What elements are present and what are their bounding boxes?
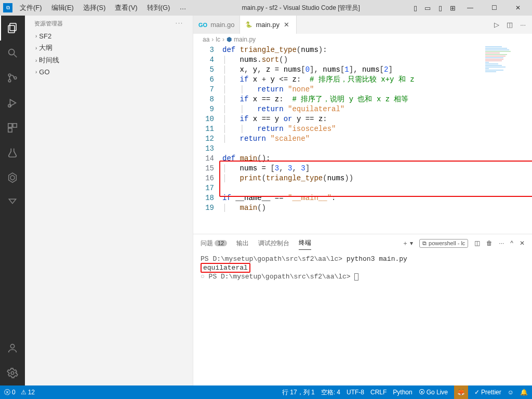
panel-tab-debug[interactable]: 调试控制台 — [258, 237, 289, 250]
status-ln-col[interactable]: 行 17，列 1 — [282, 388, 315, 397]
panel-toggle-icon[interactable]: ▯ — [411, 4, 419, 12]
terminal-command: python3 main.py — [347, 255, 407, 263]
run-icon[interactable]: ▷ — [494, 21, 499, 29]
svg-point-5 — [8, 79, 11, 82]
editor-more-icon[interactable]: ··· — [520, 21, 526, 29]
panel-bottom-icon[interactable]: ▭ — [424, 4, 431, 12]
testing-icon[interactable] — [0, 140, 25, 165]
code-line[interactable]: │ if x == z: # 排序了，说明 y 也和 x z 相等 — [222, 95, 408, 104]
tab-close-icon[interactable]: ✕ — [283, 21, 291, 29]
bottom-panel: 问题12 输出 调试控制台 终端 ＋ ▾ ⧉ powershell - lc ◫… — [193, 234, 532, 385]
close-button[interactable]: ✕ — [506, 0, 530, 16]
maximize-panel-icon[interactable]: ^ — [510, 240, 513, 247]
problems-badge: 12 — [215, 240, 227, 246]
terminal-output: equilateral — [203, 264, 248, 272]
status-eol[interactable]: CRLF — [370, 389, 387, 396]
account-icon[interactable] — [0, 336, 25, 361]
explorer-icon[interactable] — [0, 16, 25, 41]
status-gold-block[interactable]: 🦊 — [454, 385, 468, 399]
kill-terminal-icon[interactable]: 🗑 — [486, 240, 493, 247]
bookmark-icon[interactable] — [0, 190, 25, 215]
crumb[interactable]: main.py — [234, 36, 256, 43]
code-line[interactable]: │ if x == y or y == z: — [222, 114, 327, 124]
status-bar: ⓧ0 ⚠12 行 17，列 1 空格: 4 UTF-8 CRLF Python … — [0, 385, 532, 399]
tree-label: SF2 — [39, 32, 51, 40]
terminal-selector[interactable]: ⧉ powershell - lc — [419, 239, 468, 248]
run-debug-icon[interactable] — [0, 90, 25, 115]
menu-file[interactable]: 文件(F) — [16, 1, 46, 15]
source-control-icon[interactable] — [0, 65, 25, 90]
tree-label: GO — [39, 68, 49, 76]
status-prettier[interactable]: ✓ Prettier — [474, 389, 501, 396]
tree-item-outline[interactable]: ›大纲 — [25, 42, 193, 54]
split-editor-icon[interactable]: ◫ — [507, 21, 513, 29]
svg-rect-10 — [13, 124, 17, 127]
line-number: 5 — [193, 65, 222, 75]
panel-tab-terminal[interactable]: 终端 — [299, 236, 311, 250]
new-terminal-icon[interactable]: ＋ ▾ — [402, 239, 413, 248]
status-encoding[interactable]: UTF-8 — [347, 389, 364, 396]
layout-icon[interactable]: ⊞ — [449, 4, 456, 12]
tab-main-py[interactable]: 🐍 main.py ✕ — [240, 16, 297, 34]
panel-tab-output[interactable]: 输出 — [236, 237, 249, 250]
status-spaces[interactable]: 空格: 4 — [321, 388, 340, 397]
menu-view[interactable]: 查看(V) — [111, 1, 141, 15]
status-feedback-icon[interactable]: ☺ — [508, 389, 514, 396]
code-line[interactable]: │ │ return "isosceles" — [222, 124, 336, 134]
code-line[interactable]: │ main() — [222, 203, 266, 213]
maximize-button[interactable]: ☐ — [482, 0, 506, 16]
code-line[interactable]: │ nums.sort() — [222, 55, 288, 65]
panel-right-icon[interactable]: ▯ — [436, 4, 444, 12]
code-line[interactable]: │ │ return "none" — [222, 85, 314, 95]
menu-goto[interactable]: 转到(G) — [143, 1, 175, 15]
sidebar-more-icon[interactable]: ··· — [176, 20, 183, 28]
activity-bar — [0, 16, 25, 385]
remote-explorer-icon[interactable] — [0, 165, 25, 190]
settings-icon[interactable] — [0, 361, 25, 385]
svg-line-3 — [14, 55, 17, 58]
status-bell-icon[interactable]: 🔔 — [520, 389, 528, 396]
status-golive[interactable]: ⦿ Go Live — [419, 389, 448, 396]
code-editor[interactable]: 3def triangle_type(nums):4│ nums.sort()5… — [193, 45, 532, 234]
code-line[interactable]: │ return "scalene" — [222, 134, 310, 144]
line-number: 4 — [193, 55, 222, 65]
close-panel-icon[interactable]: ✕ — [520, 240, 525, 247]
svg-rect-11 — [8, 128, 12, 132]
status-warnings[interactable]: ⚠12 — [21, 389, 35, 396]
minimize-button[interactable]: ― — [458, 0, 482, 16]
chevron-right-icon: › — [35, 45, 37, 51]
minimap[interactable] — [485, 46, 522, 77]
terminal[interactable]: PS D:\mysetup\gopath\src\sf2\aa\lc> pyth… — [193, 250, 532, 385]
tab-label: main.go — [210, 21, 234, 29]
code-line[interactable]: │ if x + y <= z: # 排序后，只需比较 x+y 和 z — [222, 75, 415, 85]
tree-item-go[interactable]: ›GO — [25, 66, 193, 77]
menu-more[interactable]: … — [175, 1, 190, 15]
code-line[interactable]: │ x, y, z = nums[0], nums[1], nums[2] — [222, 65, 393, 75]
crumb[interactable]: lc — [216, 36, 220, 43]
line-number: 16 — [193, 174, 222, 183]
crumb[interactable]: aa — [203, 36, 209, 43]
menu-edit[interactable]: 编辑(E) — [47, 1, 78, 15]
menu-select[interactable]: 选择(S) — [79, 1, 110, 15]
line-number: 14 — [193, 154, 222, 164]
code-line[interactable]: def triangle_type(nums): — [222, 45, 327, 55]
panel-more-icon[interactable]: ··· — [499, 240, 504, 247]
search-icon[interactable] — [0, 41, 25, 65]
svg-point-6 — [14, 77, 17, 79]
status-language[interactable]: Python — [393, 389, 412, 396]
code-line[interactable]: │ │ return "equilateral" — [222, 104, 344, 114]
tab-main-go[interactable]: GO main.go — [193, 16, 240, 34]
breadcrumbs[interactable]: aa› lc› ⬢ main.py — [193, 34, 532, 45]
line-number: 13 — [193, 144, 222, 154]
editor-tabs: GO main.go 🐍 main.py ✕ ▷ ◫ ··· — [193, 16, 532, 34]
tree-item-sf2[interactable]: ›SF2 — [25, 31, 193, 42]
explorer-tree: ›SF2 ›大纲 ›时间线 ›GO — [25, 31, 193, 79]
editor-area: GO main.go 🐍 main.py ✕ ▷ ◫ ··· aa› lc› ⬢… — [193, 16, 532, 385]
tree-item-timeline[interactable]: ›时间线 — [25, 54, 193, 66]
extensions-icon[interactable] — [0, 115, 25, 140]
line-number: 19 — [193, 203, 222, 213]
split-terminal-icon[interactable]: ◫ — [474, 240, 480, 247]
status-errors[interactable]: ⓧ0 — [4, 388, 16, 397]
panel-tab-problems[interactable]: 问题12 — [201, 237, 227, 250]
panel-tabs: 问题12 输出 调试控制台 终端 ＋ ▾ ⧉ powershell - lc ◫… — [193, 234, 532, 250]
